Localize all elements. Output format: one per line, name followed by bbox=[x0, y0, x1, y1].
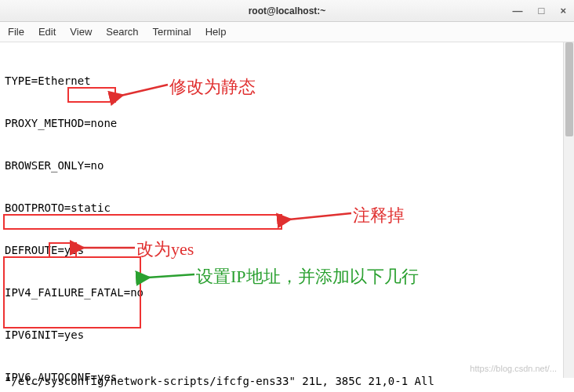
config-line: TYPE=Ethernet bbox=[5, 74, 569, 88]
config-line: PROXY_METHOD=none bbox=[5, 116, 569, 130]
terminal-area[interactable]: TYPE=Ethernet PROXY_METHOD=none BROWSER_… bbox=[0, 42, 574, 392]
menu-edit[interactable]: Edit bbox=[38, 26, 56, 38]
maximize-button[interactable]: □ bbox=[536, 5, 548, 16]
config-line: IPV4_FAILURE_FATAL=no bbox=[5, 285, 569, 299]
minimize-button[interactable]: — bbox=[510, 5, 526, 16]
close-button[interactable]: × bbox=[557, 5, 569, 16]
menu-terminal[interactable]: Terminal bbox=[153, 26, 191, 38]
window-controls: — □ × bbox=[510, 5, 569, 16]
config-line: DEFROUTE=yes bbox=[5, 243, 569, 257]
menubar: File Edit View Search Terminal Help bbox=[0, 22, 574, 42]
config-line: BOOTPROTO=static bbox=[5, 201, 569, 215]
vim-statusline: "/etc/sysconfig/network-scripts/ifcfg-en… bbox=[5, 375, 558, 387]
watermark: https://blog.csdn.net/... bbox=[470, 364, 557, 373]
menu-view[interactable]: View bbox=[70, 26, 92, 38]
config-line: BROWSER_ONLY=no bbox=[5, 158, 569, 172]
scrollbar[interactable] bbox=[563, 42, 574, 378]
menu-search[interactable]: Search bbox=[106, 26, 138, 38]
menu-file[interactable]: File bbox=[8, 26, 24, 38]
window-title: root@localhost:~ bbox=[249, 5, 326, 16]
config-line: IPV6INIT=yes bbox=[5, 328, 569, 342]
titlebar: root@localhost:~ — □ × bbox=[0, 0, 574, 22]
scrollbar-thumb[interactable] bbox=[565, 42, 573, 136]
menu-help[interactable]: Help bbox=[205, 26, 227, 38]
